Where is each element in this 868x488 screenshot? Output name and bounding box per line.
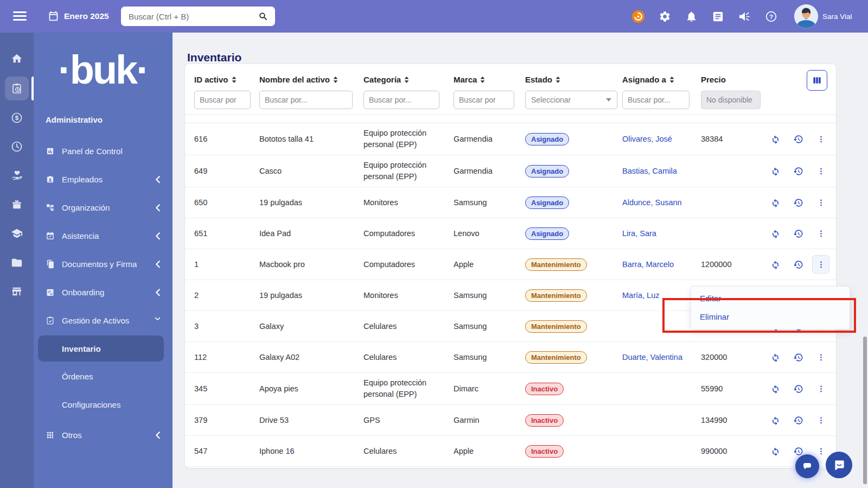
sync-button[interactable] bbox=[767, 411, 784, 429]
search-icon[interactable] bbox=[258, 11, 269, 22]
kebab-menu-button[interactable] bbox=[812, 130, 829, 148]
sidebar-section-label: Administrativo bbox=[46, 115, 103, 124]
assigned-person-link[interactable]: Lira, Sara bbox=[622, 229, 656, 238]
sync-button[interactable] bbox=[767, 162, 784, 180]
sidebar-item-empleados[interactable]: Empleados bbox=[34, 165, 173, 193]
history-button[interactable] bbox=[789, 193, 807, 212]
buk-circle-icon[interactable] bbox=[632, 10, 644, 23]
kebab-menu-button[interactable] bbox=[812, 255, 829, 274]
sync-button[interactable] bbox=[767, 348, 784, 366]
sidebar-item-gestion-de-activos[interactable]: Gestión de Activos bbox=[34, 306, 173, 334]
column-header-estado[interactable]: Estado bbox=[525, 75, 622, 84]
chat-bubble-button[interactable] bbox=[795, 454, 819, 478]
sync-icon bbox=[770, 259, 781, 270]
filter-input-categoria[interactable] bbox=[363, 91, 439, 109]
filter-input-nombre-del-activo[interactable] bbox=[259, 91, 353, 109]
sync-button[interactable] bbox=[767, 255, 784, 274]
status-badge: Asignado bbox=[525, 165, 569, 178]
sidebar-item-onboarding[interactable]: Onboarding bbox=[34, 278, 173, 306]
sidebar-item-panel-de-control[interactable]: Panel de Control bbox=[34, 137, 173, 165]
red-annotation-box bbox=[662, 298, 856, 333]
home-icon bbox=[11, 53, 23, 65]
global-search[interactable] bbox=[121, 7, 275, 26]
history-button[interactable] bbox=[789, 348, 807, 366]
status-badge: Inactivo bbox=[525, 414, 564, 427]
avatar[interactable] bbox=[794, 4, 818, 28]
kebab-menu-button[interactable] bbox=[812, 224, 829, 243]
column-header-categoria[interactable]: Categoría bbox=[363, 75, 454, 84]
rail-item-clock[interactable] bbox=[5, 135, 29, 159]
gear-icon[interactable] bbox=[659, 10, 671, 23]
kebab-icon bbox=[816, 416, 826, 425]
assigned-person-link[interactable]: Duarte, Valentina bbox=[622, 353, 682, 362]
filter-input-id-activo[interactable] bbox=[194, 91, 251, 109]
filter-select-estado[interactable]: Seleccionar bbox=[525, 91, 617, 109]
table-row: 379Drive 53GPSGarminInactivo134990 bbox=[185, 405, 836, 436]
sync-button[interactable] bbox=[767, 379, 784, 398]
history-button[interactable] bbox=[789, 162, 807, 180]
kebab-menu-button[interactable] bbox=[812, 193, 829, 212]
sync-button[interactable] bbox=[767, 442, 784, 460]
cell-categoria: Celulares bbox=[363, 441, 454, 461]
hamburger-menu-icon[interactable] bbox=[13, 11, 27, 21]
column-settings-button[interactable] bbox=[807, 70, 827, 91]
column-header-marca[interactable]: Marca bbox=[454, 75, 525, 84]
chevron-down-icon bbox=[155, 316, 161, 324]
sync-button[interactable] bbox=[767, 193, 784, 212]
history-button[interactable] bbox=[789, 224, 807, 243]
assigned-person-link[interactable]: María, Luz bbox=[622, 291, 660, 300]
rail-item-dollar[interactable]: $ bbox=[5, 106, 29, 130]
sidebar-item-otros[interactable]: Otros bbox=[34, 421, 173, 449]
sync-button[interactable] bbox=[767, 130, 784, 148]
rail-item-home[interactable] bbox=[5, 47, 29, 71]
user-name[interactable]: Sara Vial bbox=[822, 12, 852, 21]
kebab-menu-button[interactable] bbox=[812, 379, 829, 398]
cell-categoria: Monitores bbox=[363, 193, 454, 213]
history-button[interactable] bbox=[789, 130, 807, 148]
assigned-person-link[interactable]: Aldunce, Susann bbox=[622, 198, 682, 207]
vertical-scrollbar[interactable] bbox=[863, 337, 867, 484]
cell-asignado: Lira, Sara bbox=[622, 229, 701, 238]
bell-icon[interactable] bbox=[685, 10, 698, 23]
calendar-icon[interactable] bbox=[48, 10, 59, 22]
sidebar-item-documentos-y-firma[interactable]: Documentos y Firma bbox=[34, 250, 173, 278]
sidebar-item-asistencia[interactable]: Asistencia bbox=[34, 221, 173, 250]
article-icon[interactable] bbox=[712, 10, 724, 23]
assigned-person-link[interactable]: Olivares, José bbox=[622, 135, 672, 143]
rail-item-hand-heart[interactable] bbox=[5, 163, 29, 187]
search-input[interactable] bbox=[127, 11, 258, 22]
sync-button[interactable] bbox=[767, 224, 784, 243]
filter-cell bbox=[622, 91, 701, 109]
help-icon[interactable]: ? bbox=[765, 10, 777, 23]
megaphone-icon[interactable] bbox=[738, 10, 751, 23]
rail-item-gift[interactable] bbox=[5, 193, 29, 217]
assigned-person-link[interactable]: Bastias, Camila bbox=[622, 167, 677, 175]
period-selector[interactable]: Enero 2025 bbox=[64, 11, 109, 21]
column-header-asignado-a[interactable]: Asignado a bbox=[622, 75, 701, 84]
kebab-menu-button[interactable] bbox=[812, 411, 829, 429]
rail-item-store[interactable] bbox=[5, 280, 29, 303]
history-button[interactable] bbox=[789, 255, 807, 274]
sync-icon bbox=[770, 198, 781, 208]
cell-marca: Samsung bbox=[454, 353, 525, 362]
support-chat-button[interactable] bbox=[826, 452, 852, 478]
cell-nombre: Idea Pad bbox=[259, 229, 363, 238]
kebab-menu-button[interactable] bbox=[812, 348, 829, 366]
sidebar-subitem-inventario[interactable]: Inventario bbox=[38, 335, 164, 362]
rail-item-clipboard-clock[interactable] bbox=[5, 77, 29, 100]
filter-input-asignado-a[interactable] bbox=[622, 91, 690, 109]
history-button[interactable] bbox=[789, 411, 807, 429]
rail-item-folder[interactable] bbox=[5, 251, 29, 275]
sidebar-item-organizacion[interactable]: Organización bbox=[34, 193, 173, 221]
kebab-menu-button[interactable] bbox=[812, 162, 829, 180]
cell-asignado: Duarte, Valentina bbox=[622, 353, 701, 362]
sidebar-subitem-configuraciones[interactable]: Configuraciones bbox=[38, 391, 164, 417]
sync-icon bbox=[770, 134, 781, 144]
rail-item-graduation[interactable] bbox=[5, 221, 29, 245]
column-header-nombre-del-activo[interactable]: Nombre del activo bbox=[259, 75, 363, 84]
column-header-id-activo[interactable]: ID activo bbox=[194, 75, 259, 84]
sidebar-subitem-ordenes[interactable]: Órdenes bbox=[38, 363, 164, 389]
assigned-person-link[interactable]: Barra, Marcelo bbox=[622, 260, 674, 269]
filter-input-marca[interactable] bbox=[454, 91, 514, 109]
history-button[interactable] bbox=[789, 379, 807, 398]
